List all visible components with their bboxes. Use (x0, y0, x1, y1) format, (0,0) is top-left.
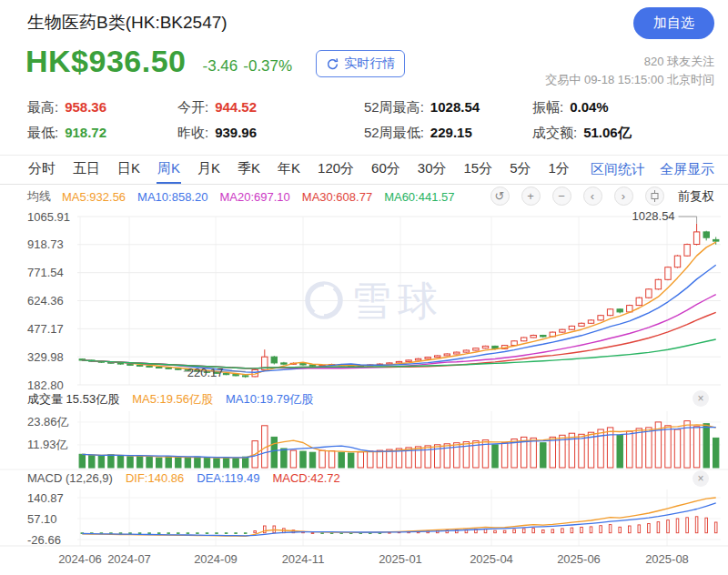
x-axis-label-5: 2025-04 (470, 552, 513, 566)
volume-pane-header: 成交量 15.53亿股 MA5:19.56亿股MA10:19.79亿股 (27, 391, 313, 408)
x-axis-label-7: 2025-08 (645, 552, 689, 566)
macd-legend-2: MACD:42.72 (272, 471, 339, 485)
x-axis-label-3: 2024-11 (282, 552, 325, 566)
low-marker-label: 220.17 (187, 366, 224, 379)
adjust-mode-button[interactable]: 前复权 (678, 188, 715, 205)
volume-title: 成交量 15.53亿股 (27, 391, 119, 408)
svg-text:477.17: 477.17 (27, 322, 64, 336)
svg-text:771.54: 771.54 (27, 266, 64, 279)
candle-style-icon (650, 190, 660, 202)
price-change: -3.46-0.37% (197, 57, 293, 79)
volume-pane-close-button[interactable]: × (693, 390, 709, 407)
svg-text:624.36: 624.36 (27, 294, 64, 308)
tab-period-9[interactable]: 30分 (417, 156, 448, 184)
x-axis-label-4: 2025-01 (379, 552, 422, 566)
tab-period-11[interactable]: 5分 (509, 156, 531, 184)
stock-detail-page: 生物医药B类(HK:BK2547) 加自选 HK$936.50 -3.46-0.… (0, 0, 728, 575)
tab-period-0[interactable]: 分时 (27, 156, 56, 184)
stat-day-low-value: 918.72 (65, 125, 106, 140)
stat-prev-close: 昨收:939.96 (177, 125, 364, 142)
macd-pane-header: MACD (12,26,9) DIF:140.86DEA:119.49MACD:… (27, 471, 340, 485)
pan-left-button[interactable]: ‹ (583, 187, 602, 206)
add-watchlist-button[interactable]: 加自选 (633, 7, 714, 39)
realtime-quote-button[interactable]: 实时行情 (316, 50, 405, 77)
x-axis-label-2: 2024-09 (194, 552, 238, 566)
stat-52w-low-value: 229.15 (430, 125, 472, 140)
stat-amplitude: 振幅:0.04% (532, 99, 714, 116)
zoom-out-button[interactable]: − (552, 187, 571, 206)
x-axis-label-6: 2025-06 (557, 552, 601, 566)
followers-count: 820 球友关注 (545, 53, 714, 71)
stat-52w-low: 52周最低:229.15 (364, 125, 532, 142)
macd-legend-0: DIF:140.86 (126, 471, 184, 485)
stat-52w-high: 52周最高:1028.54 (364, 99, 532, 116)
change-value: -3.46 (203, 57, 238, 75)
stats-grid: 最高:958.36今开:944.5252周最高:1028.54振幅:0.04%最… (0, 95, 728, 146)
period-tabbar: 分时五日日K周K月K季K年K120分60分30分15分5分1分区间统计全屏显示 (0, 155, 728, 185)
svg-text:140.87: 140.87 (27, 491, 64, 505)
candle-style-button[interactable] (645, 187, 664, 206)
stat-day-high: 最高:958.36 (27, 99, 177, 116)
session-status: 交易中 09-18 15:15:00 北京时间 (545, 71, 714, 89)
tab-period-5[interactable]: 季K (237, 156, 261, 184)
stat-day-high-value: 958.36 (65, 99, 106, 115)
stat-prev-close-value: 939.96 (215, 125, 257, 140)
macd-pane-close-button[interactable]: × (693, 470, 709, 487)
stat-open: 今开:944.52 (177, 99, 364, 116)
refresh-icon (326, 57, 339, 71)
pan-right-button[interactable]: › (614, 187, 633, 206)
volume-ma-legend-0: MA5:19.56亿股 (132, 391, 213, 408)
svg-text:雪球: 雪球 (351, 278, 444, 323)
tab-period-10[interactable]: 15分 (462, 156, 493, 184)
tab-period-12[interactable]: 1分 (548, 156, 571, 184)
chart-toolbar: ↺+−‹›前复权 (490, 187, 715, 206)
page-title: 生物医药B类(HK:BK2547) (27, 11, 228, 35)
tab-period-3[interactable]: 周K (157, 156, 181, 184)
macd-legend-1: DEA:119.49 (197, 471, 259, 485)
current-price: HK$936.50 (25, 44, 187, 79)
stat-amplitude-value: 0.04% (570, 99, 609, 115)
stat-day-low: 最低:918.72 (27, 125, 177, 142)
svg-text:-26.66: -26.66 (27, 533, 61, 547)
tab-period-1[interactable]: 五日 (72, 156, 101, 184)
tab-right-links: 区间统计全屏显示 (591, 156, 714, 184)
tab-period-8[interactable]: 60分 (370, 156, 401, 184)
tab-period-6[interactable]: 年K (277, 156, 301, 184)
svg-text:1065.91: 1065.91 (27, 210, 70, 224)
ma-legend-row: 均线 MA5:932.56MA10:858.20MA20:697.10MA30:… (27, 188, 466, 205)
zoom-in-button[interactable]: + (521, 187, 541, 206)
stat-open-value: 944.52 (215, 99, 257, 115)
undo-button[interactable]: ↺ (490, 187, 510, 206)
svg-text:918.73: 918.73 (27, 237, 64, 251)
high-marker-label: 1028.54 (632, 209, 675, 223)
stat-turnover: 成交额:51.06亿 (532, 125, 714, 142)
ma-legend-item-0: MA5:932.56 (62, 190, 126, 204)
svg-text:23.86亿: 23.86亿 (27, 415, 69, 429)
svg-text:57.10: 57.10 (27, 512, 57, 526)
ma-legend-title: 均线 (27, 188, 51, 205)
stat-52w-high-value: 1028.54 (430, 99, 480, 115)
ma-legend-item-3: MA30:608.77 (302, 190, 372, 204)
ma-legend-item-1: MA10:858.20 (137, 190, 207, 204)
tab-period-2[interactable]: 日K (116, 156, 141, 184)
ma-legend-item-4: MA60:441.57 (384, 190, 454, 204)
x-axis-label-1: 2024-07 (107, 552, 151, 566)
macd-title: MACD (12,26,9) (27, 471, 113, 485)
x-axis-label-0: 2024-06 (58, 552, 102, 566)
market-meta: 820 球友关注 交易中 09-18 15:15:00 北京时间 (545, 53, 714, 89)
ma-legend-item-2: MA20:697.10 (219, 190, 289, 204)
stat-turnover-value: 51.06亿 (583, 125, 632, 140)
svg-text:329.98: 329.98 (27, 350, 64, 364)
svg-text:11.93亿: 11.93亿 (27, 438, 68, 451)
change-percent: -0.37% (243, 57, 292, 75)
volume-ma-legend-1: MA10:19.79亿股 (226, 391, 313, 408)
price-row: HK$936.50 -3.46-0.37% 实时行情 (25, 44, 405, 79)
range-stats-link[interactable]: 区间统计 (591, 156, 645, 184)
fullscreen-link[interactable]: 全屏显示 (660, 156, 714, 184)
realtime-label: 实时行情 (344, 55, 395, 72)
svg-text:182.80: 182.80 (27, 378, 64, 392)
tab-period-7[interactable]: 120分 (317, 156, 355, 184)
tab-period-4[interactable]: 月K (197, 156, 221, 184)
